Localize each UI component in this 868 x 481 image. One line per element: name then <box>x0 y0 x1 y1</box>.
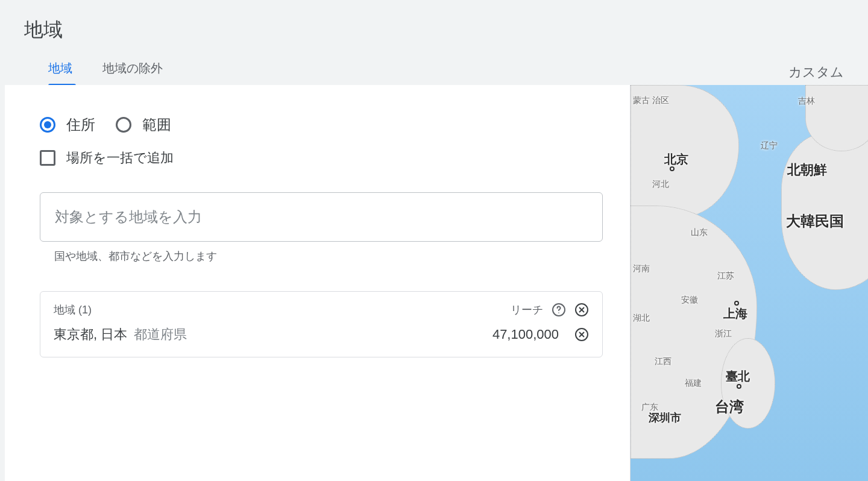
radio-radius-label: 範囲 <box>142 115 171 134</box>
remove-all-icon[interactable] <box>574 303 589 317</box>
help-icon[interactable] <box>552 303 566 317</box>
checkbox-icon <box>40 150 55 166</box>
map-label: 臺北 <box>726 368 750 385</box>
location-reach: 47,100,000 <box>492 327 559 342</box>
map-label: 深圳市 <box>649 410 681 425</box>
map-label: 山东 <box>691 227 708 238</box>
location-name: 東京都, 日本 <box>54 327 127 342</box>
map-label: 大韓民国 <box>786 212 844 231</box>
location-search-box[interactable] <box>40 192 603 242</box>
bulk-add-checkbox[interactable]: 場所を一括で追加 <box>40 149 603 167</box>
radio-radius[interactable]: 範囲 <box>116 115 171 134</box>
map-label: 吉林 <box>798 96 815 107</box>
location-search-input[interactable] <box>55 209 588 225</box>
map[interactable]: 蒙古 治区 吉林 辽宁 北朝鮮 大韓民国 北京 河北 山东 河南 安徽 江苏 上… <box>630 85 868 481</box>
map-label: 台湾 <box>715 397 744 417</box>
locations-panel: 住所 範囲 場所を一括で追加 国や地域、都市などを入力します 地域 (1) <box>5 85 630 481</box>
map-city-dot <box>734 301 739 306</box>
location-row: 東京都, 日本 都道府県 47,100,000 <box>54 325 589 344</box>
radio-icon <box>40 117 55 133</box>
map-label: 江西 <box>655 356 671 367</box>
map-label: 河北 <box>652 179 669 190</box>
svg-point-1 <box>558 312 559 313</box>
custom-link[interactable]: カスタム <box>788 63 844 81</box>
map-label: 福建 <box>685 378 702 389</box>
map-label: 北朝鮮 <box>787 161 827 179</box>
locations-card: 地域 (1) リーチ <box>40 291 603 357</box>
map-city-dot <box>737 384 741 389</box>
map-label: 安徽 <box>681 295 698 306</box>
tabs: 地域 地域の除外 <box>48 60 163 85</box>
map-label: 上海 <box>723 306 747 322</box>
radio-address-label: 住所 <box>66 115 95 134</box>
map-label: 江苏 <box>717 271 734 281</box>
map-label: 浙江 <box>715 329 732 339</box>
map-label: 河南 <box>633 263 650 274</box>
location-type: 都道府県 <box>134 327 187 342</box>
locations-count-label: 地域 (1) <box>54 303 92 317</box>
tab-locations[interactable]: 地域 <box>48 60 72 85</box>
map-label: 辽宁 <box>761 140 778 151</box>
map-label: 北京 <box>664 151 688 168</box>
map-label: 湖北 <box>633 313 650 324</box>
remove-location-icon[interactable] <box>574 327 589 342</box>
reach-header-label: リーチ <box>511 303 543 317</box>
page-title: 地域 <box>24 17 844 43</box>
radio-icon <box>116 117 131 133</box>
bulk-add-label: 場所を一括で追加 <box>66 149 174 167</box>
search-helper-text: 国や地域、都市などを入力します <box>54 249 603 263</box>
map-label: 蒙古 治区 <box>633 96 669 105</box>
radio-address[interactable]: 住所 <box>40 115 95 134</box>
tab-excluded[interactable]: 地域の除外 <box>102 60 163 85</box>
